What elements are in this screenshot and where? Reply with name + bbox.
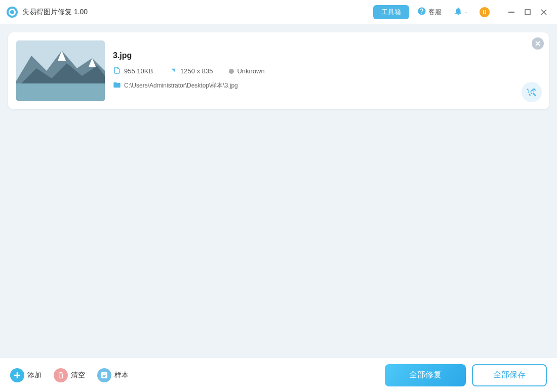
titlebar-right: 工具箱 客服 - U xyxy=(373,5,551,20)
dimensions-item: 1250 x 835 xyxy=(169,66,213,76)
file-thumbnail xyxy=(16,40,105,101)
toolbox-button[interactable]: 工具箱 xyxy=(373,5,409,19)
sample-label: 样本 xyxy=(114,371,129,380)
clear-label: 清空 xyxy=(71,371,85,380)
status-value: Unknown xyxy=(237,67,264,75)
bottom-actions: 添加 清空 样本 xyxy=(10,368,385,382)
add-button[interactable]: 添加 xyxy=(10,368,42,382)
repair-settings-button[interactable] xyxy=(522,82,542,102)
dimensions-icon xyxy=(169,66,177,76)
svg-rect-15 xyxy=(16,83,105,101)
svg-rect-5 xyxy=(508,12,514,13)
notification-separator: - xyxy=(465,8,467,16)
folder-icon xyxy=(113,81,121,91)
customer-service-button[interactable]: 客服 xyxy=(413,5,446,19)
customer-service-label: 客服 xyxy=(428,8,442,17)
svg-text:U: U xyxy=(483,9,486,15)
filesize-item: 955.10KB xyxy=(113,66,153,76)
file-meta: 955.10KB 1250 x 835 Unknown xyxy=(113,66,541,76)
maximize-button[interactable] xyxy=(521,5,535,19)
filesize-icon xyxy=(113,66,121,76)
sample-button[interactable]: 样本 xyxy=(97,368,129,382)
minimize-button[interactable] xyxy=(504,5,519,19)
remove-file-button[interactable] xyxy=(532,37,544,50)
clear-button[interactable]: 清空 xyxy=(54,368,85,382)
status-item: Unknown xyxy=(229,66,264,76)
app-title: 失易得图片修复 1.00 xyxy=(22,8,373,17)
file-card: 3.jpg 955.10KB 125 xyxy=(8,32,549,109)
bottom-bar: 添加 清空 样本 全部修复 全部保存 xyxy=(0,358,557,392)
path-value: C:\Users\Administrator\Desktop\样本\3.jpg xyxy=(124,81,238,90)
svg-point-2 xyxy=(10,10,14,14)
add-label: 添加 xyxy=(27,371,42,380)
filesize-value: 955.10KB xyxy=(124,67,153,75)
user-avatar[interactable]: U xyxy=(475,5,494,20)
file-path: C:\Users\Administrator\Desktop\样本\3.jpg xyxy=(113,81,541,91)
app-logo xyxy=(6,6,18,18)
clear-icon xyxy=(54,368,68,382)
customer-service-icon xyxy=(417,7,426,17)
titlebar: 失易得图片修复 1.00 工具箱 客服 - U xyxy=(0,0,557,24)
svg-rect-6 xyxy=(525,10,530,15)
main-content: 3.jpg 955.10KB 125 xyxy=(0,24,557,358)
dimensions-value: 1250 x 835 xyxy=(180,67,213,75)
notification-button[interactable]: - xyxy=(450,5,471,19)
save-all-button[interactable]: 全部保存 xyxy=(472,364,547,386)
repair-all-button[interactable]: 全部修复 xyxy=(385,364,466,386)
bell-icon xyxy=(454,7,463,17)
close-button[interactable] xyxy=(537,5,551,19)
status-dot xyxy=(229,69,234,74)
window-controls xyxy=(504,5,551,19)
add-icon xyxy=(10,368,24,382)
file-name: 3.jpg xyxy=(113,51,541,60)
sample-icon xyxy=(97,368,111,382)
file-info: 3.jpg 955.10KB 125 xyxy=(113,51,541,91)
bottom-right: 全部修复 全部保存 xyxy=(385,364,547,386)
